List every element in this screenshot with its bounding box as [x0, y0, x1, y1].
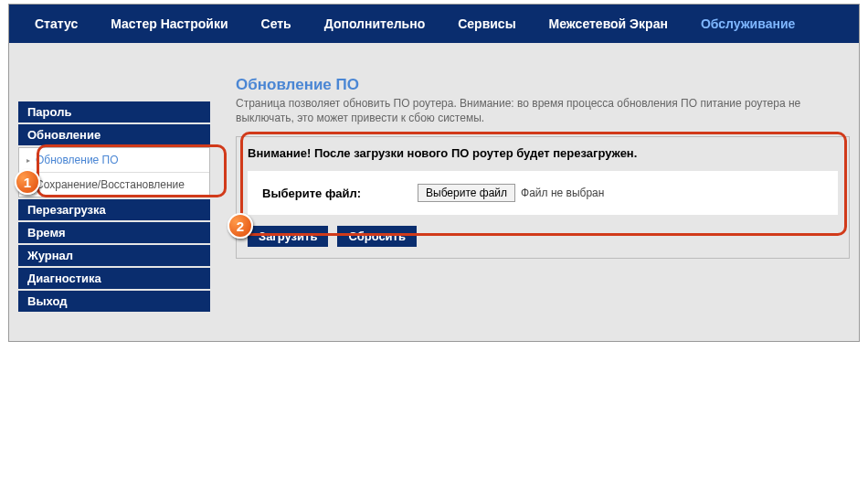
- upload-button[interactable]: Загрузить: [248, 226, 328, 247]
- file-status: Файл не выбран: [521, 186, 604, 199]
- nav-firewall[interactable]: Межсетевой Экран: [533, 5, 684, 43]
- nav-services[interactable]: Сервисы: [441, 5, 532, 43]
- sidebar-item-time[interactable]: Время: [18, 222, 210, 243]
- nav-wizard[interactable]: Мастер Настройки: [94, 5, 244, 43]
- file-row: Выберите файл: Выберите файл Файл не выб…: [248, 171, 838, 215]
- sidebar-item-exit[interactable]: Выход: [18, 291, 210, 312]
- firmware-panel: Внимание! После загрузки нового ПО роуте…: [236, 136, 850, 259]
- annotation-badge-1: 1: [15, 169, 40, 195]
- nav-status[interactable]: Статус: [18, 5, 94, 43]
- nav-advanced[interactable]: Дополнительно: [308, 5, 441, 43]
- choose-file-button[interactable]: Выберите файл: [418, 184, 515, 202]
- sidebar-item-log[interactable]: Журнал: [18, 245, 210, 266]
- nav-network[interactable]: Сеть: [245, 5, 308, 43]
- annotation-badge-2: 2: [228, 213, 253, 239]
- reset-button[interactable]: Сбросить: [337, 226, 417, 247]
- sublink-backup[interactable]: Сохранение/Восстановление: [19, 172, 209, 197]
- page-description: Страница позволяет обновить ПО роутера. …: [236, 96, 850, 125]
- sidebar-item-reboot[interactable]: Перезагрузка: [18, 199, 210, 220]
- sublink-firmware[interactable]: Обновление ПО: [19, 148, 209, 172]
- main-content: Обновление ПО Страница позволяет обновит…: [210, 76, 850, 314]
- sidebar: Пароль Обновление Обновление ПО Сохранен…: [18, 101, 210, 314]
- page-title: Обновление ПО: [236, 76, 850, 94]
- file-label: Выберите файл:: [262, 186, 418, 200]
- sidebar-item-update[interactable]: Обновление: [18, 124, 210, 145]
- sidebar-item-password[interactable]: Пароль: [18, 101, 210, 122]
- sidebar-item-diag[interactable]: Диагностика: [18, 268, 210, 289]
- warning-text: Внимание! После загрузки нового ПО роуте…: [248, 146, 838, 160]
- top-nav: Статус Мастер Настройки Сеть Дополнитель…: [9, 5, 859, 43]
- nav-maintenance[interactable]: Обслуживание: [684, 5, 811, 43]
- sidebar-submenu: Обновление ПО Сохранение/Восстановление: [18, 147, 210, 197]
